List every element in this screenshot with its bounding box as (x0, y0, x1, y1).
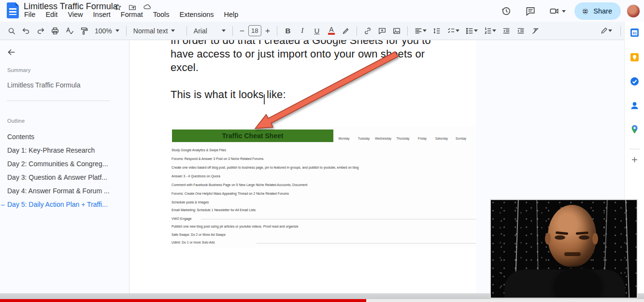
increase-indent-button[interactable] (514, 24, 528, 38)
increase-font-size-button[interactable] (262, 24, 273, 38)
link-icon (363, 27, 372, 35)
day-header: Saturday (431, 137, 452, 140)
zoom-select[interactable]: 100% (92, 27, 122, 35)
mode-caret-icon (608, 29, 612, 32)
maps-icon[interactable] (630, 124, 640, 134)
meet-video-icon[interactable] (545, 2, 569, 20)
highlight-color-button[interactable] (339, 24, 353, 38)
presenter-head (548, 205, 596, 267)
outline-item-day4[interactable]: Day 4: Answer Format & Forum ... (7, 187, 110, 195)
contacts-icon[interactable] (630, 101, 640, 111)
numbered-list-button[interactable] (481, 24, 499, 38)
indent-icon (516, 27, 525, 35)
day-header: Friday (412, 137, 432, 140)
decrease-indent-button[interactable] (500, 24, 513, 38)
get-addons-button[interactable] (630, 155, 640, 165)
menubar: File Edit View Insert Format Tools Exten… (23, 11, 239, 18)
menu-help[interactable]: Help (223, 11, 240, 18)
cheat-sheet-task: Study Google Analytics & Swipe Files (172, 148, 226, 152)
bulleted-list-button[interactable] (463, 24, 480, 38)
document-title[interactable]: Limitless Traffic Formula (24, 1, 118, 12)
video-progress-bar (0, 299, 366, 302)
summary-value[interactable]: Limitless Traffic Formula (7, 81, 80, 89)
text-color-bar (328, 33, 335, 35)
search-icon (7, 27, 16, 35)
day-header: Thursday (393, 137, 413, 140)
presenter-eyebrow (576, 231, 588, 235)
image-icon (392, 27, 401, 35)
star-icon[interactable] (114, 3, 122, 11)
undo-button[interactable] (19, 24, 33, 38)
plus-icon (264, 28, 271, 34)
paint-format-button[interactable] (77, 24, 91, 38)
docs-logo-icon[interactable] (7, 2, 19, 18)
cloud-status-icon[interactable] (143, 3, 151, 11)
editing-mode-button[interactable] (596, 24, 615, 38)
comments-icon[interactable] (521, 2, 540, 20)
print-button[interactable] (48, 24, 62, 38)
menu-extensions[interactable]: Extensions (179, 11, 215, 18)
redo-button[interactable] (34, 24, 47, 38)
menu-format[interactable]: Format (120, 11, 144, 18)
folder-move-icon[interactable] (129, 3, 136, 11)
clear-formatting-button[interactable] (529, 24, 542, 38)
text-color-button[interactable]: A (325, 24, 338, 38)
cheat-sheet-task: Answer 3 - 4 Questions on Quora (172, 174, 220, 178)
outline-item-day2[interactable]: Day 2: Communities & Congreg... (7, 160, 108, 168)
align-button[interactable] (412, 24, 429, 38)
cheat-sheet-task: Udimi: Do 1 or more Solo Ads (172, 241, 215, 244)
meet-caret-icon[interactable] (562, 10, 566, 13)
outline-sidebar: Summary Limitless Traffic Formula Outlin… (0, 41, 129, 293)
cheat-sheet-task: Create one video based off blog post, pu… (172, 166, 359, 169)
formatting-toolbar: 100% Normal text Arial 18 B I U A (0, 22, 644, 40)
font-select[interactable]: Arial (191, 27, 229, 35)
bold-button[interactable]: B (281, 24, 295, 38)
menu-insert[interactable]: Insert (92, 11, 112, 18)
calendar-icon[interactable]: 31 (630, 28, 640, 38)
sheet-gridline (201, 219, 476, 219)
spellcheck-button[interactable] (63, 24, 76, 38)
paragraph-line: This is what it looks like: (171, 88, 286, 101)
paragraph-line: In order to do that I created a Google S… (171, 40, 431, 47)
insert-link-button[interactable] (361, 24, 374, 38)
tasks-icon[interactable] (630, 76, 640, 86)
share-button[interactable]: Share (574, 2, 621, 20)
highlighter-icon (342, 27, 350, 35)
outline-item-day3[interactable]: Day 3: Question & Answer Platf... (7, 173, 107, 181)
menu-view[interactable]: View (67, 11, 84, 18)
checklist-button[interactable] (444, 24, 462, 38)
cheat-sheet-task: Forums: Respond & Answer 3 Post on 3 Nic… (172, 157, 263, 160)
version-history-icon[interactable] (497, 2, 515, 20)
paragraph-style-select[interactable]: Normal text (130, 27, 183, 35)
outline-item-day5-active[interactable]: Day 5: Daily Action Plan + Traffi... (7, 201, 108, 208)
cheat-sheet-image[interactable]: Traffic Cheat Sheet Monday Tuesday Wedne… (171, 127, 476, 247)
spellcheck-icon (65, 27, 74, 35)
topbar: Limitless Traffic Formula File Edit View… (0, 0, 644, 22)
menu-file[interactable]: File (23, 11, 36, 18)
presenter-ear (545, 233, 551, 244)
presenter-mustache (564, 252, 581, 256)
menu-tools[interactable]: Tools (152, 11, 171, 18)
close-outline-button[interactable] (7, 45, 20, 59)
minus-icon (239, 28, 245, 34)
checklist-icon (447, 27, 456, 35)
account-avatar[interactable] (627, 4, 640, 18)
line-spacing-button[interactable] (430, 24, 444, 38)
line-spacing-icon (432, 27, 441, 35)
font-size-input[interactable]: 18 (248, 25, 261, 36)
presenter-eyebrow (556, 231, 568, 235)
underline-button[interactable]: U (310, 24, 324, 38)
search-menus-button[interactable] (5, 24, 18, 38)
video-progress-track[interactable] (0, 299, 644, 302)
outline-item-contents[interactable]: Contents (7, 133, 34, 141)
add-comment-button[interactable] (375, 24, 389, 38)
presenter-ear (592, 233, 598, 244)
document-page[interactable]: In order to do that I created a Google S… (130, 40, 476, 293)
decrease-font-size-button[interactable] (237, 24, 247, 38)
day-header: Sunday (451, 137, 471, 140)
italic-button[interactable]: I (296, 24, 309, 38)
insert-image-button[interactable] (390, 24, 403, 38)
keep-icon[interactable] (630, 52, 640, 62)
outline-item-day1[interactable]: Day 1: Key-Phrase Research (7, 146, 95, 154)
menu-edit[interactable]: Edit (44, 11, 58, 18)
